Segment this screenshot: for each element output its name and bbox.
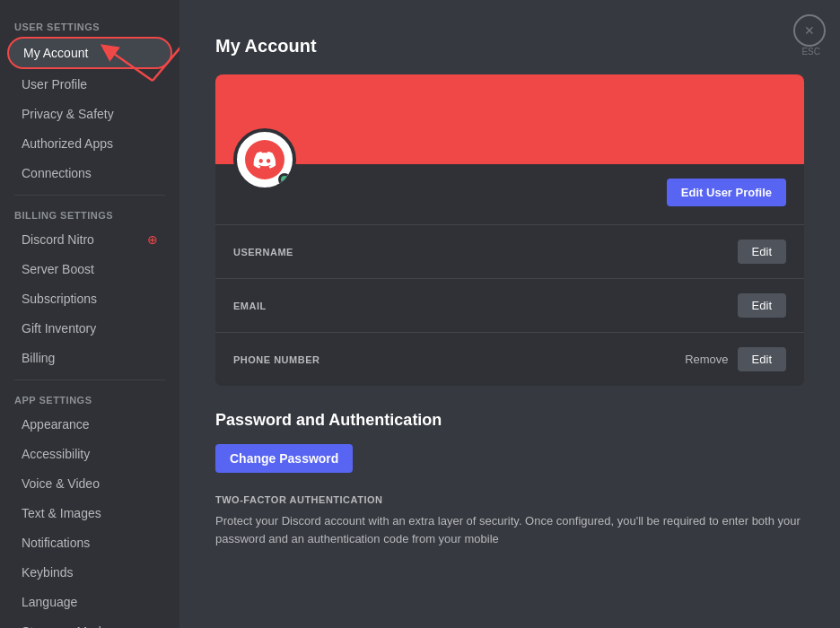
status-dot — [278, 173, 291, 186]
discord-nitro-label: Discord Nitro — [22, 232, 94, 247]
phone-actions: Remove Edit — [685, 347, 786, 371]
sidebar: USER SETTINGS My Account User Profile Pr… — [0, 0, 179, 628]
email-field-row: EMAIL Edit — [215, 278, 804, 332]
nitro-badge-icon: ⊕ — [147, 232, 158, 247]
phone-edit-button[interactable]: Edit — [738, 347, 786, 371]
sidebar-item-privacy-safety[interactable]: Privacy & Safety — [7, 100, 172, 128]
sidebar-item-connections[interactable]: Connections — [7, 159, 172, 188]
password-section-title: Password and Authentication — [215, 411, 804, 430]
close-button[interactable]: ✕ — [793, 14, 826, 47]
username-label: USERNAME — [233, 247, 293, 257]
close-icon: ✕ — [804, 23, 815, 38]
phone-field-row: PHONE NUMBER Remove Edit — [215, 332, 804, 386]
sidebar-item-gift-inventory[interactable]: Gift Inventory — [7, 314, 172, 343]
fields-section: USERNAME Edit EMAIL Edit PHONE NUMBER Re… — [215, 224, 804, 386]
sidebar-item-language[interactable]: Language — [7, 588, 172, 616]
sidebar-item-text-images[interactable]: Text & Images — [7, 499, 172, 528]
username-edit-button[interactable]: Edit — [738, 240, 786, 264]
esc-label: ESC — [801, 47, 820, 57]
main-content: ✕ ESC My Account Edit User Profile — [179, 0, 840, 628]
phone-label: PHONE NUMBER — [233, 354, 319, 365]
page-title: My Account — [215, 36, 804, 57]
sidebar-item-subscriptions[interactable]: Subscriptions — [7, 284, 172, 313]
sidebar-item-authorized-apps[interactable]: Authorized Apps — [7, 129, 172, 158]
sidebar-item-accessibility[interactable]: Accessibility — [7, 440, 172, 468]
avatar-container — [233, 128, 296, 191]
sidebar-item-keybinds[interactable]: Keybinds — [7, 558, 172, 587]
email-actions: Edit — [738, 293, 786, 318]
app-settings-label: APP SETTINGS — [0, 388, 179, 409]
sidebar-item-billing[interactable]: Billing — [7, 344, 172, 372]
profile-info-row: Edit User Profile — [215, 164, 804, 224]
avatar — [233, 128, 296, 191]
two-factor-label: TWO-FACTOR AUTHENTICATION — [215, 494, 804, 505]
phone-remove-link[interactable]: Remove — [685, 353, 728, 366]
sidebar-divider-billing — [14, 195, 165, 196]
sidebar-item-notifications[interactable]: Notifications — [7, 528, 172, 557]
sidebar-item-server-boost[interactable]: Server Boost — [7, 255, 172, 283]
email-edit-button[interactable]: Edit — [738, 293, 786, 318]
sidebar-item-user-profile[interactable]: User Profile — [7, 70, 172, 99]
profile-banner — [215, 74, 804, 164]
sidebar-divider-app — [14, 379, 165, 380]
email-label: EMAIL — [233, 301, 267, 311]
profile-card: Edit User Profile USERNAME Edit EMAIL Ed… — [215, 74, 804, 386]
edit-profile-button[interactable]: Edit User Profile — [667, 179, 786, 206]
change-password-button[interactable]: Change Password — [215, 444, 353, 473]
billing-settings-label: BILLING SETTINGS — [0, 203, 179, 224]
sidebar-item-discord-nitro[interactable]: Discord Nitro ⊕ — [7, 225, 172, 254]
sidebar-item-my-account[interactable]: My Account — [7, 37, 172, 69]
username-field-row: USERNAME Edit — [215, 224, 804, 278]
password-section: Password and Authentication Change Passw… — [215, 411, 804, 547]
username-actions: Edit — [738, 240, 786, 264]
two-factor-description: Protect your Discord account with an ext… — [215, 512, 804, 547]
user-settings-label: USER SETTINGS — [0, 14, 179, 36]
sidebar-item-appearance[interactable]: Appearance — [7, 410, 172, 439]
sidebar-item-streamer-mode[interactable]: Streamer Mode — [7, 617, 172, 628]
sidebar-item-voice-video[interactable]: Voice & Video — [7, 469, 172, 498]
